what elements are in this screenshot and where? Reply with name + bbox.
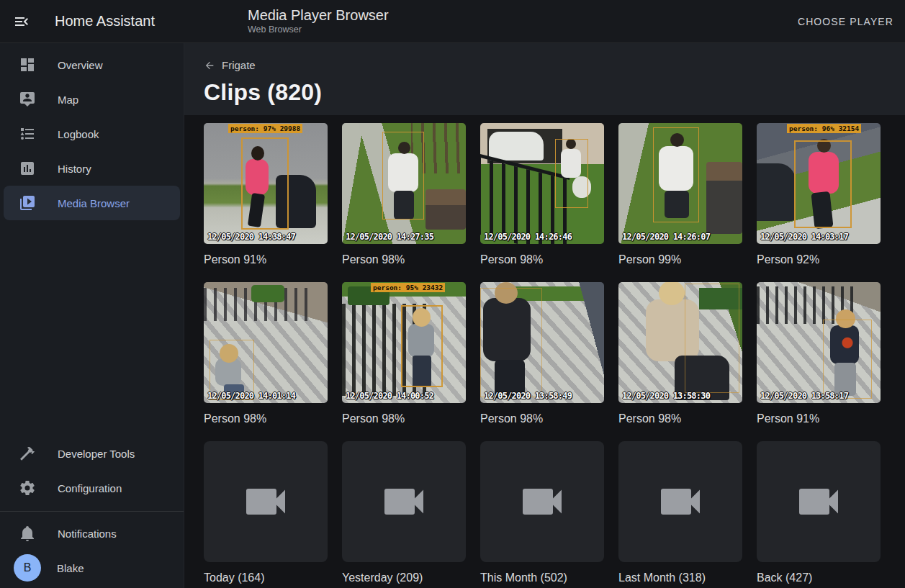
timestamp-overlay: 12/05/2020 14:27:35 [346, 232, 433, 242]
clip-thumbnail[interactable]: 12/05/2020 14:26:46 [480, 123, 604, 244]
clip-item: 12/05/2020 13:58:30 Person 98% [618, 282, 742, 441]
timestamp-overlay: 12/05/2020 14:00:52 [346, 391, 433, 401]
page-title: Media Player Browser [248, 6, 389, 24]
folder-item: Back (427) [757, 441, 881, 588]
clip-item: 12/05/2020 13:58:49 Person 98% [480, 282, 604, 441]
sidebar-item-user-profile[interactable]: B Blake [4, 551, 180, 585]
chart-box-icon [19, 160, 36, 177]
folder-tile[interactable] [204, 441, 328, 562]
breadcrumb-back-link[interactable]: Frigate [204, 59, 256, 71]
video-icon [793, 476, 845, 528]
clip-thumbnail[interactable]: 12/05/2020 14:26:07 [618, 123, 742, 244]
timestamp-overlay: 12/05/2020 13:58:49 [484, 391, 572, 401]
clip-thumbnail[interactable]: 12/05/2020 13:58:17 [757, 282, 881, 403]
folder-item: Last Month (318) [618, 441, 742, 588]
menu-open-icon [13, 13, 30, 30]
folder-caption: Back (427) [757, 571, 881, 585]
clip-thumbnail[interactable]: person: 96% 32154 12/05/2020 14:03:17 [757, 123, 881, 244]
timestamp-overlay: 12/05/2020 13:58:17 [760, 391, 848, 401]
folder-caption: Yesterday (209) [342, 571, 466, 585]
sidebar-item-developer-tools[interactable]: Developer Tools [4, 436, 180, 471]
detection-bounding-box [241, 137, 289, 230]
sidebar-toggle-button[interactable] [7, 7, 36, 36]
detection-bounding-box [401, 305, 443, 387]
clip-caption: Person 98% [480, 412, 604, 426]
sidebar-item-label: Configuration [58, 482, 122, 494]
media-grid-area: person: 97% 29988 12/05/2020 14:38:47 Pe… [184, 115, 905, 588]
sidebar-item-media-browser[interactable]: Media Browser [4, 186, 180, 220]
clip-thumbnail[interactable]: 12/05/2020 14:01:14 [204, 282, 328, 403]
sidebar-item-history[interactable]: History [4, 151, 180, 186]
folder-tile[interactable] [618, 441, 742, 562]
clip-caption: Person 98% [204, 412, 328, 426]
clip-caption: Person 98% [618, 412, 742, 426]
app-title: Home Assistant [55, 13, 155, 30]
clip-item: 12/05/2020 13:58:17 Person 91% [757, 282, 881, 441]
video-icon [378, 476, 430, 528]
bell-icon [19, 525, 36, 542]
clip-caption: Person 99% [618, 253, 742, 267]
folder-tile[interactable] [342, 441, 466, 562]
clip-item: person: 97% 29988 12/05/2020 14:38:47 Pe… [204, 123, 328, 282]
folder-tile[interactable] [757, 441, 881, 562]
page-title-block: Media Player Browser Web Browser [248, 6, 389, 36]
clip-item: person: 96% 32154 12/05/2020 14:03:17 Pe… [757, 123, 881, 282]
user-avatar: B [14, 554, 41, 582]
sidebar-item-logbook[interactable]: Logbook [4, 117, 180, 151]
sidebar-item-label: Media Browser [58, 197, 130, 209]
view-dashboard-icon [19, 56, 36, 73]
folder-caption: Last Month (318) [618, 571, 742, 585]
clip-caption: Person 98% [342, 253, 466, 267]
timestamp-overlay: 12/05/2020 14:01:14 [207, 391, 295, 401]
media-browser-content: Frigate Clips (820) person: 97% 29988 [184, 43, 905, 588]
scene-shape [757, 163, 796, 221]
clip-item: 12/05/2020 14:26:07 Person 99% [618, 123, 742, 282]
folder-tile[interactable] [480, 441, 604, 562]
timestamp-overlay: 12/05/2020 14:38:47 [207, 232, 295, 242]
tooltip-account-icon [19, 91, 36, 108]
folder-caption: This Month (502) [480, 571, 604, 585]
detection-label: person: 96% 32154 [787, 124, 861, 133]
clip-caption: Person 91% [757, 412, 881, 426]
hammer-icon [19, 445, 36, 462]
sidebar-item-overview[interactable]: Overview [4, 48, 180, 82]
format-list-bulleted-type-icon [19, 125, 36, 143]
clip-caption: Person 98% [342, 412, 466, 426]
video-icon [654, 476, 706, 528]
sidebar-item-configuration[interactable]: Configuration [4, 471, 180, 505]
clip-item: 12/05/2020 14:26:46 Person 98% [480, 123, 604, 282]
clip-thumbnail[interactable]: person: 97% 29988 12/05/2020 14:38:47 [204, 123, 328, 244]
play-box-multiple-icon [19, 194, 36, 212]
clip-thumbnail[interactable]: person: 95% 23432 12/05/2020 14:00:52 [342, 282, 466, 403]
clip-caption: Person 91% [204, 253, 328, 267]
detection-bounding-box [653, 127, 699, 222]
sidebar-item-label: Overview [58, 59, 103, 71]
page-subtitle: Web Browser [248, 24, 389, 36]
timestamp-overlay: 12/05/2020 13:58:30 [622, 391, 710, 401]
video-icon [240, 476, 292, 528]
sidebar-spacer [0, 220, 184, 436]
sidebar-bottom-section: Notifications B Blake [0, 511, 184, 588]
detection-bounding-box [794, 140, 852, 228]
sidebar-tools-list: Developer Tools Configuration [0, 436, 184, 505]
topbar-left: Home Assistant [0, 7, 184, 36]
sidebar-item-notifications[interactable]: Notifications [4, 516, 180, 551]
section-title: Clips (820) [204, 79, 905, 106]
sidebar-item-map[interactable]: Map [4, 82, 180, 117]
user-name-label: Blake [57, 562, 84, 574]
detection-bounding-box [480, 288, 542, 397]
cog-icon [19, 479, 36, 497]
sidebar-nav-list: Overview Map Logbook History [0, 48, 184, 220]
breadcrumb-label: Frigate [222, 59, 256, 71]
clip-item: person: 95% 23432 12/05/2020 14:00:52 Pe… [342, 282, 466, 441]
folders-grid: Today (164) Yesterday (209) This [204, 441, 905, 588]
top-app-bar: Home Assistant Media Player Browser Web … [0, 0, 905, 43]
sidebar-item-label: Map [58, 94, 78, 106]
scene-shape [426, 189, 466, 230]
arrow-left-icon [204, 60, 215, 71]
clip-thumbnail[interactable]: 12/05/2020 14:27:35 [342, 123, 466, 244]
clip-thumbnail[interactable]: 12/05/2020 13:58:30 [618, 282, 742, 403]
choose-player-button[interactable]: CHOOSE PLAYER [786, 9, 905, 35]
scene-shape [489, 132, 544, 160]
clip-thumbnail[interactable]: 12/05/2020 13:58:49 [480, 282, 604, 403]
